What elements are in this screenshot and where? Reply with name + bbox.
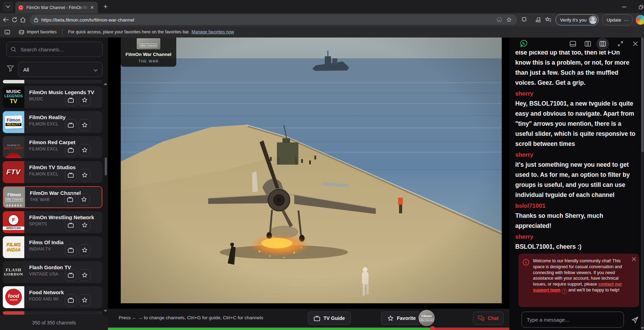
tv-guide-label: TV Guide [323,315,345,321]
chat-toggle-button[interactable]: Chat [473,312,503,325]
channel-favorite-button[interactable] [79,269,91,281]
send-message-button[interactable] [630,315,640,325]
video-player[interactable] [121,38,502,303]
search-input[interactable] [20,46,98,53]
feedback-smiley-icon[interactable] [495,16,503,24]
favorites-sidebar-icon[interactable] [3,28,11,36]
channel-favorite-button[interactable] [79,144,91,156]
tab-close-icon[interactable] [89,5,95,11]
channel-item[interactable]: FTVFilmOn TV StudiosFILMON EXCLUSIVE [3,161,102,183]
channel-tvguide-button[interactable] [65,94,77,106]
bookmark-star-icon[interactable] [505,16,513,24]
channel-sidebar: All MUSICLEGENDSTVFilmOn Music Legends T… [0,38,108,330]
channel-tvguide-button[interactable] [65,169,77,181]
channel-item[interactable]: FLASHGORDONFlash Gordon TVVINTAGE USA [3,261,102,283]
star-icon [82,272,88,278]
channel-info: FilmOn Music Legends TVMUSIC [24,86,102,108]
channel-item[interactable]: FILMON.TVRED CARPETFilmon Red CarpetFILM… [3,136,102,158]
info-icon [523,259,529,304]
back-button[interactable] [3,15,9,24]
tv-icon [68,97,74,103]
progress-knob[interactable] [430,326,435,330]
import-favorites-icon [19,30,24,35]
channel-logo: FLASHGORDON [3,261,24,283]
tv-icon [68,297,74,303]
sidebar-scroll-up-arrow[interactable] [104,83,107,85]
video-player-area: War Channel FilmOn War Channel THE WAR P… [108,38,509,330]
new-tab-button[interactable] [101,2,110,11]
tv-icon [67,197,73,202]
tv-icon [68,247,74,253]
favorite-button[interactable]: Favorite [381,312,422,325]
expand-icon[interactable] [617,40,624,48]
minimize-icon [622,7,626,7]
channel-item[interactable]: FilmonWar ChannelFilmOn War ChannelTHE W… [3,186,102,208]
channel-tvguide-button[interactable] [65,269,77,281]
layout-columns-2-icon[interactable] [584,40,592,48]
tv-icon [68,122,74,128]
update-label: Update [607,17,621,23]
channel-tvguide-button[interactable] [64,193,76,205]
category-filter-select[interactable]: All [18,62,103,77]
address-bar[interactable]: https://beta.filmon.com/tv/filmon-war-ch… [30,15,517,25]
channel-tvguide-button[interactable] [65,294,77,306]
playback-progress-bar[interactable] [108,328,509,330]
channel-info: Films Of IndiaINDIAN TV [24,236,102,258]
channel-item[interactable]: MUSICLEGENDSTVFilmOn Music Legends TVMUS… [3,86,102,108]
channel-tvguide-button[interactable] [65,119,77,131]
minimize-button[interactable] [619,3,629,11]
tv-icon [314,315,320,321]
channel-favorite-button[interactable] [79,119,91,131]
channel-favorite-button[interactable] [79,219,91,231]
channel-item[interactable]: FWRESTLINGFilmOn Wrestling NetworkSPORTS [3,211,102,233]
browser-essentials-icon[interactable] [521,16,527,24]
channel-tvguide-button[interactable] [65,244,77,256]
sidebar-scrollbar-thumb[interactable] [105,157,107,175]
channel-actions [65,219,91,231]
manage-favorites-link[interactable]: Manage favorites now [192,30,234,34]
category-filter-value: All [23,67,29,73]
refresh-button[interactable] [12,15,17,24]
notification-close-icon[interactable] [632,256,636,263]
close-chat-icon[interactable] [632,40,639,48]
channel-tvguide-button[interactable] [65,219,77,231]
page-scrollbar[interactable] [641,38,644,330]
channel-item[interactable]: foodnetworkFood NetworkFOOD AND WINE [3,286,102,308]
channel-favorite-button[interactable] [79,169,91,181]
browser-tab[interactable]: FilmOn War Channel - FilmOn War [15,2,98,13]
filter-icon [7,65,14,73]
channel-item[interactable]: FilmonREALITYFilmOn RealityFILMON EXCLUS… [3,111,102,133]
tv-guide-button[interactable]: TV Guide [308,312,351,325]
media-controls-icon[interactable] [535,16,541,24]
page-scrollbar-thumb[interactable] [641,38,644,152]
channel-item[interactable]: FILMSINDIAFilms Of IndiaINDIAN TV [3,236,102,258]
plus-icon [103,5,108,9]
channel-logo-thumbnail: War Channel [137,38,160,49]
channel-tvguide-button[interactable] [65,144,77,156]
browser-profile-avatar[interactable] [636,15,644,25]
chat-username: sherry [515,89,636,99]
channel-favorite-button[interactable] [79,294,91,306]
verify-profile-button[interactable]: Verify it's you [556,14,599,25]
channel-info: FilmOn RealityFILMON EXCLUSIVE [24,111,102,133]
tab-search-button[interactable] [3,2,13,11]
chat-message: it's just something new you need to get … [515,160,636,200]
restore-button[interactable] [636,3,644,11]
import-favorites-button[interactable]: Import favorites [19,30,57,35]
favorites-bar-divider [62,29,62,35]
channel-favorite-button[interactable] [78,193,90,205]
tab-title: FilmOn War Channel - FilmOn War [26,5,89,10]
layout-rows-icon[interactable] [569,40,577,48]
sidebar-scroll-down-arrow[interactable] [104,310,107,312]
update-button[interactable]: Update ··· [602,14,633,25]
favorites-icon[interactable] [545,16,551,24]
channel-search-box[interactable] [6,42,103,57]
channel-favorite-button[interactable] [79,244,91,256]
channel-favorite-button[interactable] [79,94,91,106]
home-button[interactable] [20,15,26,24]
page-scroll-down-arrow[interactable] [641,327,644,329]
layout-columns-3-icon[interactable] [596,38,609,50]
now-playing-category: THE WAR [124,59,173,63]
chat-message-input[interactable] [522,312,624,328]
help-icon[interactable]: ? [562,289,567,294]
